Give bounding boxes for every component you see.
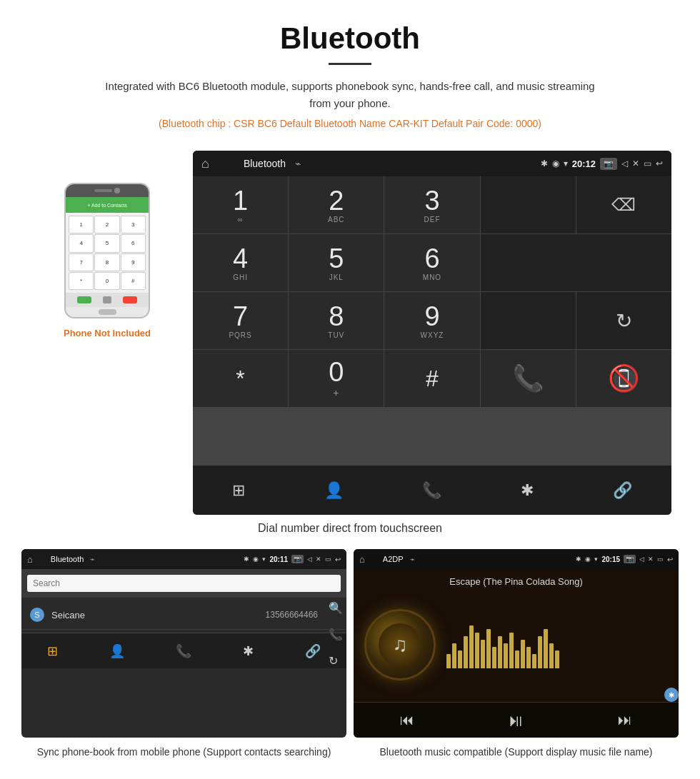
phone-end-button [123,296,137,303]
eq-bar [469,625,474,668]
volume-icon: ◁ [621,159,628,169]
music-vol-icon: ◁ [639,556,644,563]
eq-bar [446,654,451,668]
status-time: 20:12 [572,159,596,169]
back-icon[interactable]: ↩ [656,159,663,169]
eq-visualizer [446,625,668,668]
eq-bar [464,636,468,668]
dial-contacts-refresh[interactable]: ↻ [576,292,671,349]
pb-title: Bluetooth [51,555,84,563]
dial-key-star[interactable]: * [193,350,288,407]
album-art: ♫ ✱ [364,609,436,680]
phone-mid-button [103,296,111,303]
pb-vol-icon: ◁ [307,556,312,563]
pb-search-area [21,569,346,598]
pb-back-icon[interactable]: ↩ [335,556,341,563]
music-home-icon[interactable]: ⌂ [359,554,365,565]
contact-phone: 13566664466 [266,610,318,620]
dialpad-screen: ⌂ Bluetooth ⌁ ✱ ◉ ▾ 20:12 📷 ◁ ✕ ▭ ↩ [193,151,671,515]
song-title: Escape (The Pina Colada Song) [449,576,582,587]
music-back-icon[interactable]: ↩ [667,556,673,563]
phone-key: 6 [121,234,146,252]
phonebook-panel: ⌂ Bluetooth ⌁ ✱ ◉ ▾ 20:11 📷 ◁ ✕ ▭ ↩ [21,549,346,760]
eq-bar [475,633,479,668]
pb-nav-bt[interactable]: ✱ [243,643,254,659]
pb-nav-phone[interactable]: 📞 [176,643,191,659]
eq-bar [492,647,496,668]
nav-bluetooth-icon[interactable]: ✱ [515,476,539,506]
pb-nav-link[interactable]: 🔗 [305,643,321,659]
pb-nav-user[interactable]: 👤 [109,643,125,659]
title-divider [329,63,371,65]
nav-grid-icon[interactable]: ⊞ [226,476,251,506]
phone-key: 7 [69,253,94,271]
end-call-icon: 📵 [608,363,640,393]
dial-key-9[interactable]: 9 WXYZ [384,292,479,349]
backspace-icon: ⌫ [611,195,636,215]
dialpad-title: Bluetooth [244,158,286,169]
location-status-icon: ◉ [552,159,559,169]
next-button[interactable]: ⏭ [618,712,632,728]
dial-key-1[interactable]: 1 ∞ [193,176,288,233]
eq-bar [481,640,485,668]
dial-key-8[interactable]: 8 TUV [289,292,384,349]
eq-bar [498,636,502,668]
eq-bar [521,640,525,668]
phone-screen-header: + Add to Contacts [66,197,149,213]
phone-key: 5 [94,234,119,252]
camera-icon-box: 📷 [600,158,617,170]
search-input[interactable] [27,575,341,592]
pb-usb-icon: ⌁ [90,555,95,564]
phone-key: 4 [69,234,94,252]
dial-key-3[interactable]: 3 DEF [384,176,479,233]
home-icon[interactable]: ⌂ [201,156,209,171]
music-content: ♫ ✱ [354,588,679,702]
pb-nav-grid[interactable]: ⊞ [47,643,58,659]
pb-bt-icon: ✱ [244,556,249,563]
dialpad-status-bar: ⌂ Bluetooth ⌁ ✱ ◉ ▾ 20:12 📷 ◁ ✕ ▭ ↩ [193,151,671,176]
play-pause-button[interactable]: ⏯ [507,710,524,730]
dial-key-4[interactable]: 4 GHI [193,234,288,291]
eq-bar [452,643,456,668]
music-panel: ⌂ A2DP ⌁ ✱ ◉ ▾ 20:15 📷 ◁ ✕ ▭ ↩ Escape (T [354,549,679,760]
pb-home-icon[interactable]: ⌂ [27,554,33,565]
dialpad-bottom-nav: ⊞ 👤 📞 ✱ 🔗 [193,465,671,515]
phone-area: ✱ + Add to Contacts [29,151,186,338]
prev-button[interactable]: ⏮ [400,712,414,728]
dial-backspace[interactable]: ⌫ [576,176,671,233]
sync-action-icon[interactable]: ↻ [329,654,343,668]
dial-key-2[interactable]: 2 ABC [289,176,384,233]
refresh-icon: ↻ [616,309,632,333]
phone-call-button [77,296,91,303]
eq-bar [526,647,531,668]
dial-end-button[interactable]: 📵 [576,350,671,407]
music-sig-icon: ▾ [594,556,598,563]
dial-key-hash[interactable]: # [384,350,479,407]
dial-key-5[interactable]: 5 JKL [289,234,384,291]
phone-top-bar [66,184,149,197]
nav-contact-icon[interactable]: 👤 [319,476,349,506]
dial-call-button[interactable]: 📞 [481,350,576,407]
search-action-icon[interactable]: 🔍 [329,601,343,615]
music-screen: ⌂ A2DP ⌁ ✱ ◉ ▾ 20:15 📷 ◁ ✕ ▭ ↩ Escape (T [354,549,679,738]
music-cam-box: 📷 [624,555,636,563]
nav-link-icon[interactable]: 🔗 [607,476,638,506]
main-caption: Dial number direct from touchscreen [0,522,700,535]
eq-bar [458,650,462,668]
music-loc-icon: ◉ [585,556,591,563]
music-note-icon: ♫ [393,633,408,656]
call-action-icon[interactable]: 📞 [329,628,343,641]
nav-phone-icon[interactable]: 📞 [416,476,447,506]
music-title: A2DP [383,555,404,563]
contact-avatar: S [30,608,44,622]
bottom-panels: ⌂ Bluetooth ⌁ ✱ ◉ ▾ 20:11 📷 ◁ ✕ ▭ ↩ [0,549,700,779]
pb-cam-box: 📷 [291,555,304,563]
dial-key-7[interactable]: 7 PQRS [193,292,288,349]
bt-badge: ✱ [664,688,679,702]
eq-bar [486,629,491,668]
dial-key-0[interactable]: 0 + [289,350,384,407]
phone-illustration: ✱ + Add to Contacts [54,165,161,322]
main-section: ✱ + Add to Contacts [0,151,700,515]
dial-key-6[interactable]: 6 MNO [384,234,479,291]
page-description: Integrated with BC6 Bluetooth module, su… [100,78,600,112]
